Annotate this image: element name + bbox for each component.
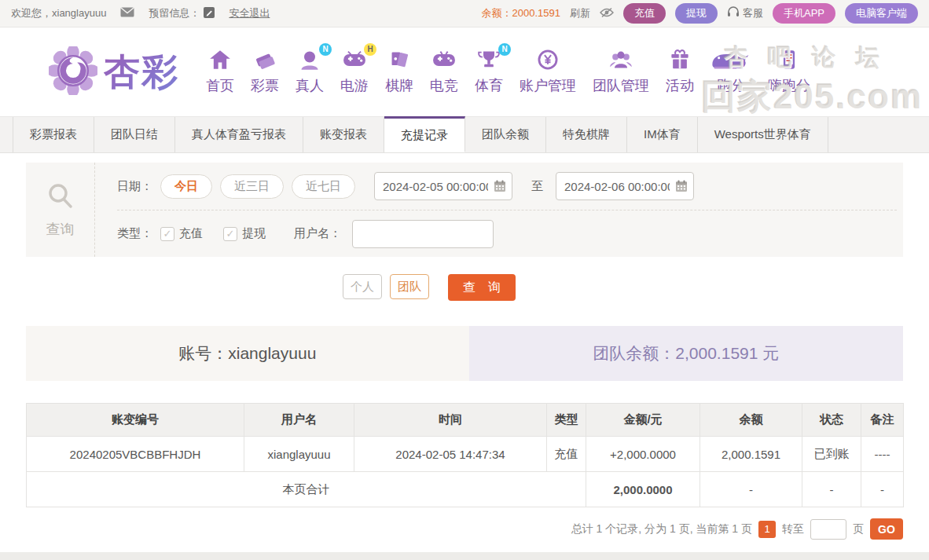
- date-to-input[interactable]: [556, 172, 694, 200]
- preset-last-7-days[interactable]: 近七日: [292, 174, 355, 199]
- cell-remark: ----: [861, 437, 904, 472]
- col-time: 时间: [354, 404, 547, 437]
- total-remark: -: [861, 472, 904, 507]
- esports-gamepad-icon: [432, 49, 456, 73]
- go-button[interactable]: GO: [870, 518, 903, 540]
- pagination: 总计 1 个记录, 分为 1 页, 当前第 1 页 1 转至 页 GO: [26, 518, 903, 540]
- cell-username: xianglayuuu: [244, 437, 354, 472]
- preset-today[interactable]: 今日: [160, 174, 212, 199]
- search-icon: [45, 181, 76, 215]
- nav-item-boardgames[interactable]: 棋牌: [385, 49, 413, 95]
- nav-item-live[interactable]: N 真人: [296, 49, 324, 95]
- home-icon: [209, 49, 231, 73]
- deposit-checkbox-wrap[interactable]: 充值: [160, 226, 203, 241]
- tab-wesports[interactable]: Wesports世界体育: [698, 117, 828, 152]
- page-unit-label: 页: [853, 522, 864, 536]
- calendar-icon[interactable]: [494, 180, 506, 195]
- col-amount: 金额/元: [586, 404, 700, 437]
- gamepad-icon: [343, 49, 366, 73]
- top-bar: 欢迎您，xianglayuuu 预留信息： 安全退出 余额：2000.1591 …: [0, 0, 929, 27]
- calendar-icon[interactable]: [675, 180, 688, 195]
- tab-lottery-report[interactable]: 彩票报表: [13, 117, 94, 152]
- date-from-wrap: [374, 172, 512, 200]
- table-total-row: 本页合计 2,000.0000 - - -: [27, 472, 904, 507]
- personal-button[interactable]: 个人: [343, 274, 382, 299]
- edit-icon[interactable]: [204, 7, 215, 20]
- cell-balance: 2,000.1591: [700, 437, 802, 472]
- preset-last-3-days[interactable]: 近三日: [220, 174, 284, 199]
- goto-label: 转至: [782, 522, 804, 536]
- username-input[interactable]: [352, 220, 494, 248]
- checkbox-checked-icon[interactable]: [223, 227, 237, 241]
- nav-item-lottery[interactable]: 彩票: [251, 49, 279, 95]
- brand-name: 杏彩: [104, 48, 179, 97]
- col-change-id: 账变编号: [27, 404, 244, 437]
- col-username: 用户名: [244, 404, 354, 437]
- nav-item-activity[interactable]: 活动: [666, 49, 694, 95]
- team-button[interactable]: 团队: [390, 274, 429, 299]
- nav-item-account-mgmt[interactable]: 账户管理: [520, 49, 576, 95]
- hot-badge: H: [364, 43, 376, 56]
- goto-page-input[interactable]: [810, 519, 846, 540]
- customer-service-link[interactable]: 客服: [727, 6, 763, 20]
- pagination-summary: 总计 1 个记录, 分为 1 页, 当前第 1 页: [571, 522, 752, 536]
- site-header: 杏彩 首页 彩票 N 真人 H 电游 棋牌 电竞 N: [0, 27, 929, 116]
- checkbox-checked-icon[interactable]: [160, 227, 174, 241]
- eye-off-icon[interactable]: [600, 7, 614, 20]
- nav-item-esports[interactable]: 电竞: [430, 49, 458, 95]
- records-table: 账变编号 用户名 时间 类型 金额/元 余额 状态 备注 20240205VBC…: [26, 403, 904, 507]
- reserved-info-label: 预留信息：: [149, 6, 200, 20]
- tab-account-changes[interactable]: 账变报表: [303, 117, 384, 152]
- tab-deposit-withdraw-records[interactable]: 充提记录: [384, 116, 465, 152]
- action-row: 个人 团队 查 询: [0, 274, 929, 301]
- type-label: 类型：: [117, 226, 152, 241]
- tab-live-sports-pl[interactable]: 真人体育盈亏报表: [175, 117, 303, 152]
- hi-paofen-icon: [780, 49, 798, 73]
- col-type: 类型: [547, 404, 586, 437]
- deposit-button[interactable]: 充值: [623, 3, 666, 24]
- trophy-icon: [478, 49, 500, 73]
- mail-icon[interactable]: [120, 7, 134, 20]
- cell-type: 充值: [547, 437, 586, 472]
- nav-item-paofen[interactable]: 跑分: [711, 49, 751, 95]
- table-header-row: 账变编号 用户名 时间 类型 金额/元 余额 状态 备注: [27, 404, 904, 437]
- live-person-icon: [299, 49, 321, 73]
- tab-team-daily[interactable]: 团队日结: [94, 117, 175, 152]
- page-1-button[interactable]: 1: [758, 521, 776, 538]
- total-status: -: [802, 472, 861, 507]
- username-label: 用户名：: [294, 226, 341, 241]
- nav-item-team-mgmt[interactable]: 团队管理: [593, 49, 649, 95]
- nav-item-sports[interactable]: N 体育: [475, 49, 503, 95]
- cell-status: 已到账: [802, 437, 861, 472]
- logout-link[interactable]: 安全退出: [229, 6, 270, 20]
- type-filter-row: 类型： 充值 提现 用户名：: [117, 210, 897, 257]
- query-button[interactable]: 查 询: [448, 274, 516, 301]
- nav-item-home[interactable]: 首页: [206, 49, 234, 95]
- date-from-input[interactable]: [374, 172, 512, 200]
- nav-item-egames[interactable]: H 电游: [340, 49, 369, 95]
- date-filter-row: 日期： 今日 近三日 近七日 至: [117, 163, 897, 210]
- tab-team-balance[interactable]: 团队余额: [465, 117, 546, 152]
- tab-special-boardgames[interactable]: 特免棋牌: [546, 117, 627, 152]
- nav-item-hi-paofen[interactable]: 嗨跑分: [768, 49, 810, 95]
- col-status: 状态: [802, 404, 861, 437]
- gift-icon: [670, 49, 690, 73]
- lottery-ticket-icon: [254, 49, 276, 73]
- deposit-checkbox-label: 充值: [179, 226, 203, 241]
- brand-logo[interactable]: 杏彩: [49, 46, 179, 98]
- coin-icon: [537, 49, 559, 73]
- withdraw-checkbox-wrap[interactable]: 提现: [223, 226, 266, 241]
- cards-icon: [389, 49, 409, 73]
- withdraw-button[interactable]: 提现: [675, 3, 718, 24]
- pc-client-button[interactable]: 电脑客户端: [845, 3, 918, 24]
- report-tabs: 彩票报表 团队日结 真人体育盈亏报表 账变报表 充提记录 团队余额 特免棋牌 I…: [0, 116, 929, 153]
- team-balance: 团队余额：2,000.1591 元: [469, 326, 903, 381]
- tab-im-sports[interactable]: IM体育: [627, 117, 698, 152]
- cell-change-id: 20240205VBCBBFHJDH: [27, 437, 244, 472]
- date-to-wrap: [556, 172, 694, 200]
- total-balance: -: [700, 472, 802, 507]
- mobile-app-button[interactable]: 手机APP: [773, 3, 835, 24]
- refresh-link[interactable]: 刷新: [570, 6, 590, 20]
- new-badge: N: [498, 43, 511, 56]
- table-row: 20240205VBCBBFHJDH xianglayuuu 2024-02-0…: [27, 437, 904, 472]
